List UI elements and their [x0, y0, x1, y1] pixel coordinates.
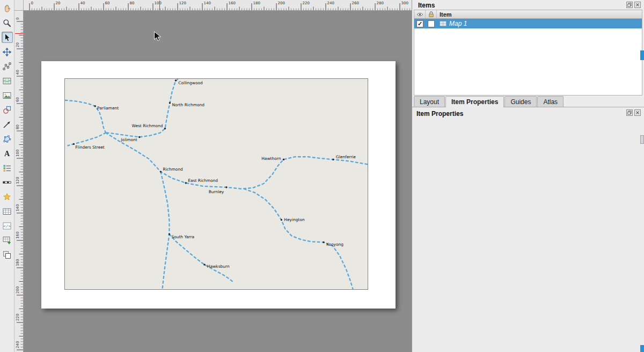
- ruler-corner: [14, 0, 24, 11]
- svg-text:240: 240: [327, 1, 334, 5]
- items-panel-undock-button[interactable]: [626, 2, 633, 8]
- properties-panel-close-button[interactable]: [634, 109, 641, 116]
- add-table-tool[interactable]: [2, 206, 13, 217]
- add-html-frame-tool-icon: </>: [3, 222, 11, 230]
- rail-map: CollingwoodNorth RichmondParliamentWest …: [65, 79, 368, 289]
- svg-text:280: 280: [377, 1, 384, 5]
- add-label-tool-icon: A: [3, 149, 11, 158]
- tab-item-properties[interactable]: Item Properties: [445, 96, 504, 107]
- svg-text:160: 160: [229, 1, 236, 5]
- station-label-hawksburn: Hawksburn: [207, 264, 230, 269]
- svg-text:80: 80: [16, 124, 20, 129]
- screen-edge-artifact-bottom: [640, 345, 644, 352]
- station-dot-east-richmond: [185, 182, 187, 184]
- horizontal-ruler: 0204060801001201401601802002202402602803…: [24, 0, 412, 11]
- visibility-checkbox[interactable]: ✓: [416, 20, 423, 27]
- svg-text:40: 40: [16, 70, 20, 75]
- add-scalebar-tool[interactable]: [2, 177, 13, 188]
- tab-layout[interactable]: Layout: [414, 96, 445, 107]
- svg-text:200: 200: [278, 1, 285, 5]
- rail-line-hawksburn-branch: [169, 234, 233, 283]
- station-label-heyington: Heyington: [284, 217, 305, 222]
- station-label-north-richmond: North Richmond: [172, 102, 204, 107]
- close-icon: [635, 3, 640, 7]
- station-label-kooyong: Kooyong: [326, 242, 343, 247]
- undock-icon: [627, 3, 632, 7]
- screen-edge-artifact-middle: [640, 135, 644, 144]
- eye-icon: [416, 12, 423, 17]
- move-item-content-tool[interactable]: [2, 46, 13, 57]
- svg-text:100: 100: [16, 150, 20, 157]
- svg-text:40: 40: [80, 1, 85, 5]
- layout-canvas: CollingwoodNorth RichmondParliamentWest …: [24, 11, 412, 352]
- properties-panel-undock-button[interactable]: [626, 109, 633, 116]
- lock-checkbox[interactable]: [428, 20, 435, 27]
- add-fixed-table-tool-icon: [3, 251, 11, 259]
- svg-text:60: 60: [16, 97, 20, 102]
- station-dot-parliament: [94, 105, 96, 107]
- right-dock-panel: Items Item ✓: [412, 0, 644, 352]
- station-dot-richmond: [160, 171, 162, 172]
- pan-tool-icon: [3, 4, 11, 13]
- add-map-tool[interactable]: [2, 75, 13, 86]
- svg-text:220: 220: [16, 314, 20, 321]
- add-attribute-table-tool-icon: [3, 236, 11, 245]
- edit-nodes-item-tool-icon: [3, 62, 11, 71]
- tab-atlas[interactable]: Atlas: [537, 96, 564, 107]
- item-properties-panel: Item Properties: [412, 107, 644, 352]
- add-image-tool-icon: [3, 91, 11, 100]
- station-dot-burnley: [225, 186, 227, 188]
- tab-guides[interactable]: Guides: [504, 96, 537, 107]
- close-icon: [635, 111, 640, 115]
- add-html-frame-tool[interactable]: </>: [2, 220, 13, 231]
- svg-text:</>: </>: [3, 224, 11, 229]
- select-move-item-tool[interactable]: [2, 32, 13, 43]
- svg-text:0: 0: [31, 1, 33, 5]
- svg-text:180: 180: [253, 1, 260, 5]
- rail-line-heyington-branch: [244, 189, 353, 289]
- items-row-map1[interactable]: ✓ Map 1: [414, 19, 642, 28]
- svg-text:60: 60: [105, 1, 110, 5]
- station-dot-hawksburn: [203, 264, 205, 266]
- station-dot-glenferrie: [332, 159, 334, 160]
- station-label-hawthorn: Hawthorn: [261, 156, 281, 161]
- add-node-item-tool[interactable]: [2, 133, 13, 144]
- add-shape-tool[interactable]: [2, 104, 13, 115]
- pan-tool[interactable]: [2, 3, 13, 14]
- items-list-header: Item: [414, 10, 642, 19]
- edit-nodes-item-tool[interactable]: [2, 61, 13, 72]
- station-dot-heyington: [281, 219, 282, 221]
- ruler-cursor-marker-horizontal: [159, 1, 160, 10]
- lock-column-header: [426, 10, 437, 18]
- station-label-richmond: Richmond: [163, 167, 184, 172]
- svg-text:140: 140: [204, 1, 211, 5]
- add-label-tool[interactable]: A: [2, 148, 13, 159]
- items-panel-close-button[interactable]: [634, 2, 641, 8]
- svg-text:80: 80: [130, 1, 135, 5]
- map-item[interactable]: CollingwoodNorth RichmondParliamentWest …: [64, 78, 368, 290]
- svg-text:A: A: [4, 150, 10, 158]
- svg-text:260: 260: [352, 1, 359, 5]
- svg-text:100: 100: [155, 1, 162, 5]
- station-dot-west-richmond: [164, 128, 166, 129]
- station-label-burnley: Burnley: [209, 189, 224, 194]
- rail-line-south-line: [161, 172, 170, 289]
- add-marker-tool[interactable]: [2, 191, 13, 202]
- station-dot-north-richmond: [169, 102, 171, 104]
- station-label-west-richmond: West Richmond: [131, 123, 163, 128]
- add-shape-tool-icon: [3, 106, 11, 114]
- lock-icon: [428, 11, 434, 18]
- add-attribute-table-tool[interactable]: [2, 234, 13, 246]
- zoom-tool[interactable]: [2, 17, 13, 28]
- add-image-tool[interactable]: [2, 90, 13, 101]
- zoom-tool-icon: [3, 19, 11, 27]
- item-row-label: Map 1: [447, 20, 467, 27]
- svg-text:160: 160: [16, 232, 20, 239]
- svg-text:180: 180: [16, 259, 20, 266]
- add-arrow-tool[interactable]: [2, 119, 13, 130]
- station-dot-hawthorn: [283, 159, 284, 160]
- station-dot-south-yarra: [169, 233, 170, 235]
- dock-tabs: LayoutItem PropertiesGuidesAtlas: [414, 96, 564, 107]
- add-legend-tool[interactable]: [2, 162, 13, 173]
- add-fixed-table-tool[interactable]: [2, 249, 13, 260]
